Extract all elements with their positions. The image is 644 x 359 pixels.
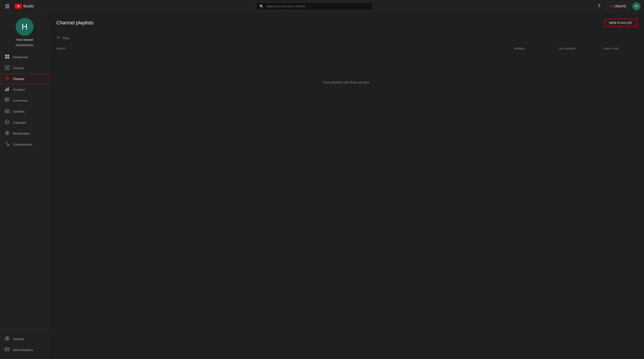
empty-message: Your playlists will show up here. — [56, 80, 637, 84]
channel-avatar[interactable]: H — [16, 18, 34, 36]
svg-text:©: © — [6, 121, 8, 124]
svg-rect-9 — [5, 78, 8, 78]
svg-point-30 — [6, 338, 8, 339]
channel-name-blurred — [16, 44, 34, 46]
sidebar-item-analytics[interactable]: Analytics — [0, 84, 49, 95]
svg-rect-11 — [5, 80, 8, 80]
monetization-icon — [4, 131, 10, 136]
svg-rect-4 — [5, 57, 7, 59]
sidebar-item-copyright[interactable]: © Copyright — [0, 117, 49, 128]
channel-label: Your channel — [16, 38, 33, 42]
search-input[interactable] — [256, 3, 372, 10]
studio-label: Studio — [23, 4, 34, 8]
dashboard-icon — [4, 54, 10, 60]
create-icon: ⊕ — [609, 4, 612, 9]
logo[interactable]: Studio — [15, 4, 34, 9]
filter-bar: Filter — [56, 33, 637, 44]
sidebar-item-customization[interactable]: Customization — [0, 139, 49, 150]
svg-marker-7 — [7, 67, 8, 69]
content-icon — [4, 65, 10, 71]
page-title: Channel playlists — [56, 20, 94, 26]
svg-rect-20 — [5, 109, 9, 113]
create-label: CREATE — [614, 5, 626, 8]
body-area: H Your channel Dashboard Content — [0, 13, 644, 359]
playlists-label: Playlists — [13, 77, 24, 81]
filter-icon — [56, 36, 60, 41]
channel-info: H Your channel — [0, 13, 49, 50]
comments-icon — [4, 98, 10, 103]
analytics-label: Analytics — [13, 88, 25, 91]
sidebar-item-settings[interactable]: Settings — [0, 333, 49, 344]
svg-marker-12 — [8, 78, 10, 80]
subtitles-label: Subtitles — [13, 110, 24, 113]
comments-label: Comments — [13, 99, 28, 102]
svg-rect-10 — [5, 79, 8, 79]
sidebar-item-monetization[interactable]: Monetization — [0, 128, 49, 139]
filter-label[interactable]: Filter — [62, 37, 70, 40]
page-header: Channel playlists NEW PLAYLIST — [56, 19, 637, 27]
sidebar-item-send-feedback[interactable]: Send feedback — [0, 344, 49, 355]
hamburger-menu[interactable] — [4, 3, 11, 10]
sidebar-divider — [0, 330, 49, 330]
copyright-label: Copyright — [13, 121, 26, 124]
topbar-right: ? ⊕ CREATE H — [595, 2, 640, 10]
dashboard-label: Dashboard — [13, 56, 28, 59]
sidebar: H Your channel Dashboard Content — [0, 13, 49, 359]
monetization-label: Monetization — [13, 132, 30, 135]
svg-rect-13 — [5, 89, 6, 91]
search-bar: 🔍 — [37, 3, 592, 10]
content-label: Content — [13, 67, 24, 70]
sidebar-nav: Dashboard Content — [0, 50, 49, 328]
svg-marker-19 — [6, 101, 7, 102]
topbar: Studio 🔍 ? ⊕ CREATE H — [0, 0, 644, 13]
customization-label: Customization — [13, 143, 32, 146]
subtitles-icon — [4, 109, 10, 114]
svg-rect-15 — [8, 87, 9, 91]
playlists-icon — [5, 76, 10, 82]
youtube-icon — [15, 4, 22, 9]
sidebar-bottom: Settings Send feedback — [0, 332, 49, 359]
svg-point-28 — [8, 144, 9, 146]
svg-rect-16 — [5, 98, 9, 101]
analytics-icon — [4, 87, 10, 92]
sidebar-item-playlists[interactable]: Playlists — [0, 74, 49, 84]
svg-rect-14 — [6, 88, 8, 91]
copyright-icon: © — [4, 120, 10, 125]
create-button[interactable]: ⊕ CREATE — [606, 2, 630, 10]
svg-rect-31 — [5, 348, 9, 351]
col-playlist: Playlist — [56, 47, 514, 50]
svg-rect-5 — [8, 57, 9, 59]
sidebar-item-content[interactable]: Content — [0, 63, 49, 74]
col-visibility: Visibility — [514, 47, 558, 50]
col-last-updated: Last updated — [558, 47, 603, 50]
svg-rect-2 — [5, 55, 7, 56]
send-feedback-icon — [4, 347, 10, 353]
sidebar-item-dashboard[interactable]: Dashboard — [0, 52, 49, 63]
col-video-count: Video count — [603, 47, 637, 50]
table-header: Playlist Visibility Last updated Video c… — [56, 44, 637, 54]
help-button[interactable]: ? — [595, 2, 603, 10]
settings-icon — [4, 336, 10, 342]
svg-rect-3 — [8, 55, 9, 56]
search-icon: 🔍 — [260, 4, 264, 8]
avatar-button[interactable]: H — [632, 2, 640, 10]
sidebar-item-comments[interactable]: Comments — [0, 95, 49, 106]
main-content: Channel playlists NEW PLAYLIST Filter Pl… — [49, 13, 644, 359]
new-playlist-button[interactable]: NEW PLAYLIST — [605, 19, 637, 27]
customization-icon — [4, 142, 10, 147]
sidebar-item-subtitles[interactable]: Subtitles — [0, 106, 49, 117]
svg-rect-8 — [5, 77, 8, 77]
settings-label: Settings — [13, 337, 24, 341]
send-feedback-label: Send feedback — [13, 348, 33, 351]
